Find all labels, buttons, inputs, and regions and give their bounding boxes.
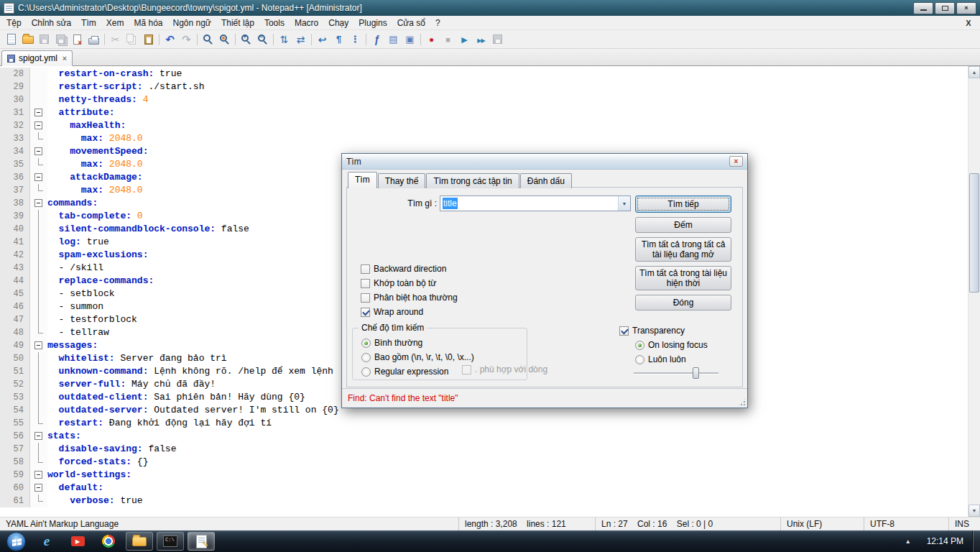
copy-icon[interactable]: [124, 32, 140, 47]
start-button[interactable]: [6, 532, 26, 551]
fold-toggle-icon[interactable]: [30, 197, 47, 210]
maximize-button[interactable]: [935, 2, 955, 14]
show-hidden-icons-button[interactable]: ▲: [898, 538, 918, 545]
find-option-3[interactable]: Wrap around: [361, 306, 458, 318]
fold-toggle-icon[interactable]: [30, 106, 47, 119]
search-mode-radio-1[interactable]: Bao gồm (\n, \r, \t, \0, \x...): [361, 351, 474, 363]
find-next-button[interactable]: Tìm tiếp: [635, 196, 731, 213]
radio-icon[interactable]: [635, 341, 644, 350]
find-all-current-doc-button[interactable]: Tìm tất cả trong tài liệu hiện thời: [635, 266, 731, 290]
code-text[interactable]: attribute:: [47, 106, 115, 119]
new-file-icon[interactable]: [3, 32, 19, 47]
clock[interactable]: 12:14 PM: [918, 536, 972, 546]
menu-item-4[interactable]: Mã hóa: [129, 16, 167, 30]
menu-item-5[interactable]: Ngôn ngữ: [167, 16, 216, 30]
code-text[interactable]: restart-on-crash: true: [47, 68, 182, 80]
notepad-plus-plus-icon[interactable]: [188, 532, 215, 551]
find-what-value[interactable]: title: [443, 198, 458, 209]
menu-item-7[interactable]: Tools: [259, 16, 290, 30]
save-icon[interactable]: [36, 32, 52, 47]
code-text[interactable]: replace-commands:: [47, 275, 154, 288]
find-what-combobox[interactable]: title ▼: [440, 196, 631, 211]
find-dialog-close-icon[interactable]: ×: [729, 156, 743, 167]
minimize-button[interactable]: [913, 2, 933, 14]
menu-item-1[interactable]: Chỉnh sửa: [27, 16, 76, 30]
cut-icon[interactable]: [107, 32, 124, 47]
checkbox-icon[interactable]: [619, 326, 629, 336]
play-macro-icon[interactable]: [456, 32, 473, 47]
code-text[interactable]: attackDamage:: [47, 171, 143, 184]
scroll-down-icon[interactable]: ▼: [969, 505, 980, 517]
code-text[interactable]: - testforblock: [47, 313, 137, 326]
transparency-slider[interactable]: [632, 367, 720, 380]
editor-vertical-scrollbar[interactable]: ▲ ▼: [968, 66, 980, 517]
record-macro-icon[interactable]: [423, 32, 440, 47]
find-option-0[interactable]: Backward direction: [361, 263, 458, 275]
count-button[interactable]: Đếm: [635, 217, 731, 233]
stop-recording-icon[interactable]: [440, 32, 456, 47]
open-file-icon[interactable]: [19, 32, 36, 47]
code-text[interactable]: - /skill: [47, 262, 103, 275]
menu-item-9[interactable]: Chạy: [323, 16, 353, 30]
code-text[interactable]: outdated-server: Outdated server! I'm st…: [47, 404, 339, 417]
menu-item-10[interactable]: Plugins: [353, 16, 392, 30]
find-icon[interactable]: [200, 32, 216, 47]
checkbox-icon[interactable]: [361, 279, 370, 288]
code-text[interactable]: disable-saving: false: [47, 443, 176, 456]
radio-icon[interactable]: [361, 367, 371, 377]
show-desktop-button[interactable]: [972, 530, 980, 552]
code-text[interactable]: default:: [47, 482, 103, 494]
scroll-up-icon[interactable]: ▲: [969, 66, 980, 78]
code-text[interactable]: maxHealth:: [47, 119, 126, 132]
code-text[interactable]: outdated-client: Sai phiên bản! Hãy dùng…: [47, 391, 305, 404]
combo-dropdown-icon[interactable]: ▼: [618, 196, 630, 211]
menu-item-11[interactable]: Cửa sổ: [392, 16, 430, 30]
fold-toggle-icon[interactable]: [30, 430, 47, 443]
find-dialog-tab-3[interactable]: Đánh dấu: [520, 173, 572, 188]
code-text[interactable]: max: 2048.0: [47, 158, 143, 171]
find-dialog-titlebar[interactable]: Tìm ×: [342, 154, 747, 170]
transparency-radio-0[interactable]: On losing focus: [635, 339, 708, 351]
explorer-folder-icon[interactable]: [126, 532, 153, 551]
code-text[interactable]: restart-script: ./start.sh: [47, 80, 204, 93]
fold-toggle-icon[interactable]: [30, 339, 47, 352]
fold-toggle-icon[interactable]: [30, 145, 47, 158]
radio-icon[interactable]: [361, 353, 371, 362]
radio-icon[interactable]: [361, 339, 371, 348]
code-text[interactable]: netty-threads: 4: [47, 93, 148, 106]
save-macro-icon[interactable]: [489, 32, 506, 47]
slider-track[interactable]: [634, 372, 718, 374]
code-text[interactable]: whitelist: Server đang bảo trì: [47, 352, 227, 365]
document-switcher-icon[interactable]: [402, 32, 418, 47]
close-dialog-button[interactable]: Đóng: [635, 295, 731, 310]
sync-vertical-icon[interactable]: [276, 32, 292, 47]
find-all-open-docs-button[interactable]: Tìm tất cả trong tất cả tài liệu đang mở: [635, 237, 731, 262]
code-text[interactable]: unknown-command: Lệnh không rõ. /help để…: [47, 365, 333, 378]
code-text[interactable]: tab-complete: 0: [47, 210, 143, 223]
close-document-icon[interactable]: [69, 32, 85, 47]
menu-item-12[interactable]: ?: [430, 16, 445, 30]
scrollbar-thumb[interactable]: [969, 173, 979, 293]
function-list-icon[interactable]: [369, 32, 385, 47]
search-mode-radio-2[interactable]: Regular expression: [361, 366, 448, 377]
fold-toggle-icon[interactable]: [30, 469, 47, 482]
code-text[interactable]: stats:: [47, 430, 81, 443]
save-all-icon[interactable]: [52, 32, 69, 47]
menu-item-2[interactable]: Tìm: [76, 16, 101, 30]
tab-spigot-yml[interactable]: spigot.yml ×: [1, 50, 73, 66]
find-dialog-tab-2[interactable]: Tìm trong các tập tin: [426, 173, 519, 188]
radio-icon[interactable]: [635, 355, 644, 364]
code-text[interactable]: - tellraw: [47, 326, 109, 339]
code-text[interactable]: commands:: [47, 197, 98, 210]
zoom-out-icon[interactable]: [254, 32, 271, 47]
replace-icon[interactable]: [216, 32, 233, 47]
menu-item-3[interactable]: Xem: [101, 16, 129, 30]
run-macro-multiple-icon[interactable]: [473, 32, 489, 47]
code-text[interactable]: server-full: Máy chủ đã đầy!: [47, 378, 216, 391]
code-text[interactable]: restart: Đang khởi động lại hãy đợi tí: [47, 417, 272, 430]
document-map-icon[interactable]: [385, 32, 402, 47]
find-option-2[interactable]: Phân biệt hoa thường: [361, 292, 458, 303]
slider-thumb-icon[interactable]: [693, 367, 699, 379]
transparency-option[interactable]: Transparency: [619, 325, 685, 336]
find-option-1[interactable]: Khớp toàn bộ từ: [361, 277, 458, 289]
